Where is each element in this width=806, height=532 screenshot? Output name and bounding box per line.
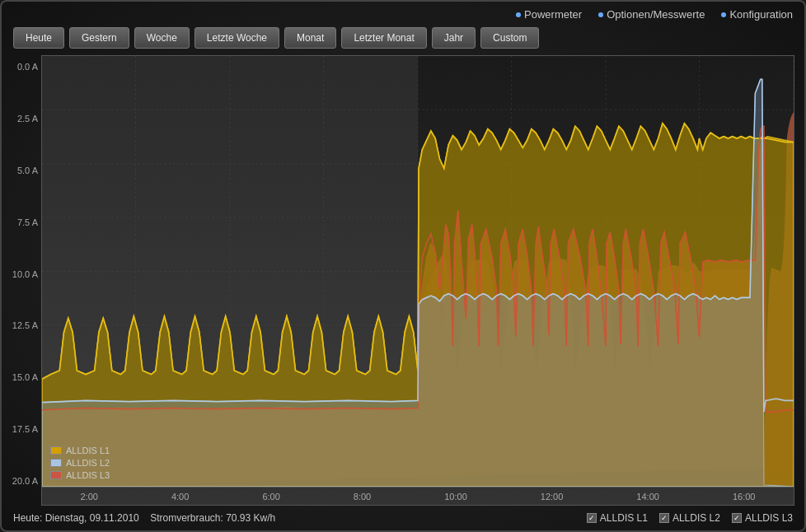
- check-label-l1: ALLDIS L1: [600, 512, 648, 524]
- checkbox-l2[interactable]: ✓: [659, 513, 669, 523]
- nav-config[interactable]: Konfiguration: [721, 8, 793, 21]
- y-label-1: 2.5 A: [8, 110, 38, 127]
- legend-label-l3: ALLDIS L3: [66, 470, 110, 480]
- checkbox-l3[interactable]: ✓: [732, 513, 742, 523]
- btn-custom[interactable]: Custom: [480, 27, 539, 49]
- x-label-2: 6:00: [262, 492, 279, 502]
- btn-woche[interactable]: Woche: [134, 27, 190, 49]
- top-nav: Powermeter Optionen/Messwerte Konfigurat…: [5, 5, 801, 24]
- btn-letzter-monat[interactable]: Letzter Monat: [341, 27, 426, 49]
- period-bar: Heute Gestern Woche Letzte Woche Monat L…: [5, 24, 801, 52]
- chart-svg: [42, 56, 794, 487]
- y-label-2: 5.0 A: [8, 162, 38, 179]
- app-container: Powermeter Optionen/Messwerte Konfigurat…: [0, 0, 806, 532]
- btn-monat[interactable]: Monat: [284, 27, 336, 49]
- nav-dot-powermeter: [516, 12, 521, 17]
- btn-heute[interactable]: Heute: [13, 27, 64, 49]
- check-label-l3: ALLDIS L3: [745, 512, 793, 524]
- nav-powermeter[interactable]: Powermeter: [516, 8, 582, 21]
- legend-label-l1: ALLDIS L1: [66, 446, 110, 455]
- legend-label-l2: ALLDIS L2: [66, 458, 110, 468]
- checkbox-l1[interactable]: ✓: [587, 513, 597, 523]
- legend-color-l3: [50, 471, 62, 479]
- nav-options[interactable]: Optionen/Messwerte: [598, 8, 705, 21]
- btn-jahr[interactable]: Jahr: [432, 27, 476, 49]
- y-label-5: 12.5 A: [8, 317, 38, 334]
- y-label-3: 7.5 A: [8, 214, 38, 231]
- btn-letzte-woche[interactable]: Letzte Woche: [194, 27, 279, 49]
- nav-label-options: Optionen/Messwerte: [607, 8, 705, 21]
- status-consumption: Stromverbrauch: 70.93 Kw/h: [150, 512, 275, 524]
- nav-label-config: Konfiguration: [729, 8, 793, 21]
- bottom-legend: ✓ ALLDIS L1 ✓ ALLDIS L2 ✓ ALLDIS L3: [587, 512, 793, 524]
- chart-legend-inside: ALLDIS L1 ALLDIS L2 ALLDIS L3: [50, 446, 110, 480]
- check-l2[interactable]: ✓ ALLDIS L2: [659, 512, 720, 524]
- y-label-0: 0.0 A: [8, 58, 38, 75]
- y-label-8: 20.0 A: [8, 473, 38, 489]
- chart-container: 20.0 A 17.5 A 15.0 A 12.5 A 10.0 A 7.5 A…: [5, 52, 801, 509]
- nav-label-powermeter: Powermeter: [524, 8, 582, 21]
- legend-item-l3: ALLDIS L3: [50, 470, 110, 480]
- status-date-consumption: Heute: Dienstag, 09.11.2010 Stromverbrau…: [13, 512, 275, 524]
- x-label-7: 16:00: [733, 492, 756, 502]
- nav-dot-options: [598, 12, 603, 17]
- status-date: Heute: Dienstag, 09.11.2010: [13, 512, 139, 524]
- nav-dot-config: [721, 12, 726, 17]
- btn-gestern[interactable]: Gestern: [69, 27, 129, 49]
- legend-color-l2: [50, 459, 62, 467]
- check-l1[interactable]: ✓ ALLDIS L1: [587, 512, 648, 524]
- x-axis: 2:00 4:00 6:00 8:00 10:00 12:00 14:00 16…: [42, 487, 794, 505]
- chart-area: ALLDIS L1 ALLDIS L2 ALLDIS L3 2:00 4:00 …: [41, 55, 794, 506]
- x-label-6: 14:00: [636, 492, 659, 502]
- x-label-1: 4:00: [171, 492, 189, 502]
- x-label-5: 12:00: [541, 492, 564, 502]
- x-label-3: 8:00: [354, 492, 371, 502]
- check-l3[interactable]: ✓ ALLDIS L3: [732, 512, 793, 524]
- y-label-6: 15.0 A: [8, 369, 38, 385]
- legend-item-l2: ALLDIS L2: [50, 458, 110, 468]
- check-label-l2: ALLDIS L2: [672, 512, 720, 524]
- y-label-4: 10.0 A: [8, 266, 38, 282]
- x-label-4: 10:00: [444, 492, 467, 502]
- legend-item-l1: ALLDIS L1: [50, 446, 110, 455]
- status-bar: Heute: Dienstag, 09.11.2010 Stromverbrau…: [5, 509, 801, 527]
- y-label-7: 17.5 A: [8, 421, 38, 437]
- x-label-0: 2:00: [81, 492, 98, 502]
- legend-color-l1: [50, 446, 62, 455]
- y-axis: 20.0 A 17.5 A 15.0 A 12.5 A 10.0 A 7.5 A…: [8, 55, 41, 506]
